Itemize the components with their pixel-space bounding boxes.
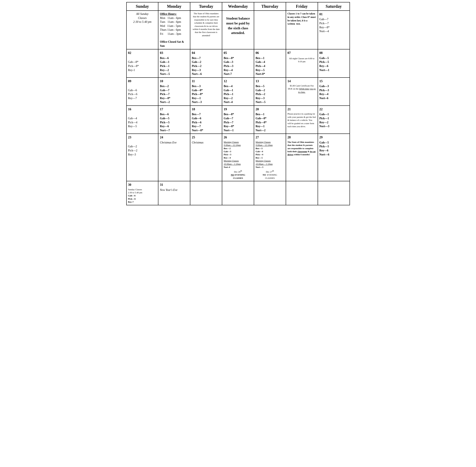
cell-thu-13: 13 Bex—5Gah—2Pick—2Rey—3Nort—5 xyxy=(254,78,286,106)
date-31: 31 xyxy=(160,182,188,187)
cell-fri-07: 07 All night Classes are 6:00 to 9:10 pm xyxy=(286,49,318,77)
date-16: 16 xyxy=(128,107,157,112)
header-wednesday: Wednesday xyxy=(222,2,254,11)
date-14: 14 xyxy=(288,79,316,83)
cell-fri-21: 21 Please practice in a parking lot with… xyxy=(286,106,318,134)
cell-sun-02: 02 Gah—8*Pick—8*Rey-1 xyxy=(126,49,158,77)
cell-sun-23: 23 Gah—2Pick—2Rey--3 xyxy=(126,134,158,181)
date-01: 01 xyxy=(319,12,348,16)
date-07: 07 xyxy=(288,51,316,55)
cell-empty-tue xyxy=(190,181,222,205)
cell-empty-thu xyxy=(254,181,286,205)
date-05: 05 xyxy=(224,51,252,55)
cell-sat-29: 29 Gah—5Pick—5Rey—6Nort—6 xyxy=(318,134,350,181)
tue-04-lines: Bex—7Gah—2Pick—2Rey—3Nort—6 xyxy=(192,56,220,76)
cell-empty-fri xyxy=(286,181,318,205)
cell-wed-12: 12 Bex—4Gah—1Pick—1Rey—2Nort--4 xyxy=(222,78,254,106)
cell-wed-05: 05 Bex—8*Gah—3Pick—3Rey—4Nort-7 xyxy=(222,49,254,77)
date-21: 21 xyxy=(288,107,316,112)
calendar-table: Sunday Monday Tuesday Wednesday Thursday… xyxy=(126,2,350,205)
office-closed-note: Office Closed Sat & Sun xyxy=(160,40,184,47)
date-17: 17 xyxy=(160,107,188,112)
date-25: 25 xyxy=(192,135,220,140)
cell-mon-03: 03 Bex—6Gah—1Pick—1Rey---2Nort—5 xyxy=(158,49,190,77)
sun-23-lines: Gah—2Pick—2Rey--3 xyxy=(128,144,157,156)
sun-30-content: Sunday Classes2:30 to 5:40 pm Gah—6Pick—… xyxy=(128,188,157,204)
office-hours-detail: Mon 11am - 6pm Tues 11am - 6pm Wed 11am … xyxy=(160,16,181,35)
date-09: 09 xyxy=(128,79,157,83)
date-06: 06 xyxy=(256,51,284,55)
date-22: 22 xyxy=(319,107,348,112)
thu-20-lines: Bex—1Gah—8*Pick—8*Rey—1Nort—2 xyxy=(256,112,284,132)
wed-19-lines: Bex—8*Gah—7Pick—7Rey—8*Nort—1 xyxy=(224,112,252,132)
table-row: 02 Gah—8*Pick—8*Rey-1 03 Bex—6Gah—1Pick—… xyxy=(126,49,350,77)
cell-thu-27: 27 Morning Classes 9:00am – 12:10pm Bex—… xyxy=(254,134,286,181)
date-11: 11 xyxy=(192,79,220,83)
thu-06-lines: Bex—1Gah—4Pick—4Rey—5Nort-8* xyxy=(256,56,284,76)
mon-24-lines: Christmas Eve xyxy=(160,141,188,145)
table-row: 16 Gah—4Pick—4Rey—5 17 Bex—6Gah—5Pick—5R… xyxy=(126,106,350,134)
mon-31-lines: New Year's Eve xyxy=(160,188,188,192)
date-19: 19 xyxy=(224,107,252,112)
tue-25-lines: Christmas xyxy=(192,141,220,145)
all-sunday-classes: All SundayClasses2:30 to 5:40 pm xyxy=(128,12,157,24)
mon-10-lines: Bex—2Gah—7Pick—7Rey—8*Nort—2 xyxy=(160,84,188,104)
sat-01-lines: Gah—7Pick—7Rey—8*Nort—4 xyxy=(319,17,348,33)
cell-empty-sat xyxy=(318,181,350,205)
table-row: 09 Gah—6Pick—6Rey—7 10 Bex—2Gah—7Pick—7R… xyxy=(126,78,350,106)
header-sunday: Sunday xyxy=(126,2,158,11)
classes-order-note: Classes 1 to 7 can be taken in any order… xyxy=(288,12,316,26)
date-27: 27 xyxy=(256,135,284,140)
cell-mon-10: 10 Bex—2Gah—7Pick—7Rey—8*Nort—2 xyxy=(158,78,190,106)
fri-21-note: Please practice in a parking lot with yo… xyxy=(288,112,316,128)
cell-mon-31: 31 New Year's Eve xyxy=(158,181,190,205)
student-balance-note: Student balance must be paid by the sixt… xyxy=(224,16,252,35)
cell-mon-24: 24 Christmas Eve xyxy=(158,134,190,181)
cell-mon-0: Office Hours: Mon 11am - 6pm Tues 11am -… xyxy=(158,11,190,49)
state-ohio-note-1: The State of Ohio mandates that the stud… xyxy=(192,12,220,37)
date-30: 30 xyxy=(128,182,157,187)
cell-thu-0 xyxy=(254,11,286,49)
cell-thu-20: 20 Bex—1Gah—8*Pick—8*Rey—1Nort—2 xyxy=(254,106,286,134)
sat-15-lines: Gah—3Pick—3Rey—4Nort--6 xyxy=(319,84,348,100)
date-08: 08 xyxy=(319,51,348,55)
date-20: 20 xyxy=(256,107,284,112)
fri-07-note: All night Classes are 6:00 to 9:10 pm xyxy=(288,57,316,63)
header-friday: Friday xyxy=(286,2,318,11)
header-monday: Monday xyxy=(158,2,190,11)
cell-sun-16: 16 Gah—4Pick—4Rey—5 xyxy=(126,106,158,134)
thu-27-content: Morning Classes 9:00am – 12:10pm Bex—3Ga… xyxy=(256,141,284,180)
cell-sat-08: 08 Gah—5Pick---5Rey---6Nort—1 xyxy=(318,49,350,77)
cell-wed-19: 19 Bex—8*Gah—7Pick—7Rey—8*Nort—1 xyxy=(222,106,254,134)
wed-05-lines: Bex—8*Gah—3Pick—3Rey—4Nort-7 xyxy=(224,56,252,76)
header-saturday: Saturday xyxy=(318,2,350,11)
date-26: 26 xyxy=(224,135,252,140)
cell-fri-14: 14 $5.00 Cash Certificate Fee DUE on the… xyxy=(286,78,318,106)
fri-28-note: The State of Ohio mandates that the stud… xyxy=(288,141,316,156)
sun-02-lines: Gah—8*Pick—8*Rey-1 xyxy=(128,60,157,72)
date-02: 02 xyxy=(128,51,157,55)
cell-tue-18: 18 Bex---7Gah—6Pick—6Rey—7Nort—8* xyxy=(190,106,222,134)
cell-wed-0: Student balance must be paid by the sixt… xyxy=(222,11,254,49)
cell-tue-11: 11 Bex—3Gah---8*Pick—8*Rey—1Nort—3 xyxy=(190,78,222,106)
cell-tue-0: The State of Ohio mandates that the stud… xyxy=(190,11,222,49)
table-row: 23 Gah—2Pick—2Rey--3 24 Christmas Eve 25… xyxy=(126,134,350,181)
date-13: 13 xyxy=(256,79,284,83)
cell-sat-22: 22 Gah—1Pick—1Rey—2Nort—3 xyxy=(318,106,350,134)
sat-29-lines: Gah—5Pick—5Rey—6Nort—6 xyxy=(319,141,348,156)
date-10: 10 xyxy=(160,79,188,83)
header-tuesday: Tuesday xyxy=(190,2,222,11)
date-24: 24 xyxy=(160,135,188,140)
date-04: 04 xyxy=(192,51,220,55)
cell-sun-09: 09 Gah—6Pick—6Rey—7 xyxy=(126,78,158,106)
date-18: 18 xyxy=(192,107,220,112)
date-15: 15 xyxy=(319,79,348,83)
cell-tue-04: 04 Bex—7Gah—2Pick—2Rey—3Nort—6 xyxy=(190,49,222,77)
date-12: 12 xyxy=(224,79,252,83)
office-hours-heading: Office Hours: xyxy=(160,13,176,15)
cell-mon-17: 17 Bex—6Gah—5Pick—5Rey—6Nort—7 xyxy=(158,106,190,134)
wed-26-content: Morning Classes 9:00am – 12:10pm Bex—2Ga… xyxy=(224,141,252,180)
sun-16-lines: Gah—4Pick—4Rey—5 xyxy=(128,117,157,128)
mon-17-lines: Bex—6Gah—5Pick—5Rey—6Nort—7 xyxy=(160,112,188,132)
cell-sat-01: 01 Gah—7Pick—7Rey—8*Nort—4 xyxy=(318,11,350,49)
